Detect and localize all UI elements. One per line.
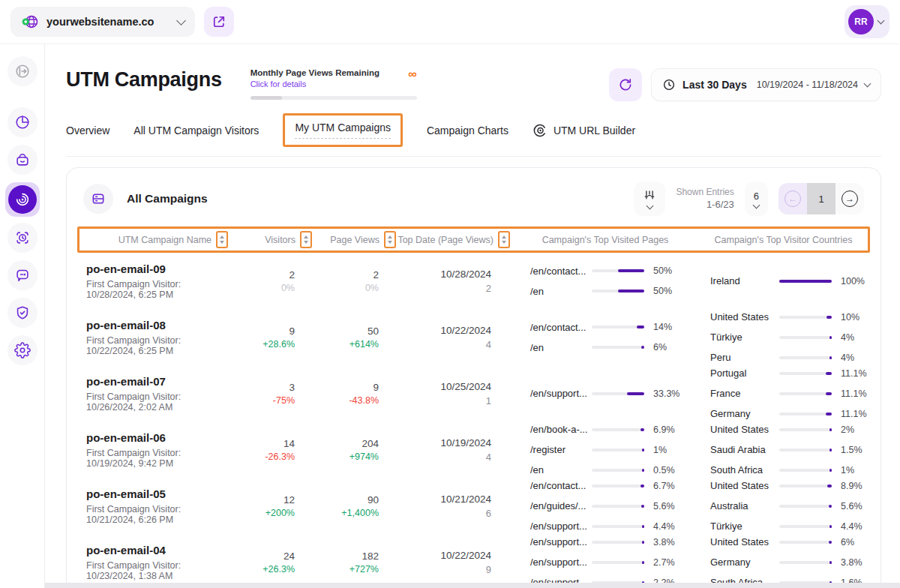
user-menu[interactable]: RR — [844, 5, 890, 38]
tab-utm-url-builder[interactable]: UTM URL Builder — [532, 116, 635, 145]
top-pages-list: /en/book-a-...6.9%/register1%/en0.5% — [509, 422, 697, 478]
top-date-value: 10/21/2024 — [395, 494, 491, 505]
page-views-change: -43.8% — [311, 395, 379, 406]
topbar: yourwebsitename.co RR — [0, 0, 900, 44]
top-date-views: 9 — [395, 564, 491, 575]
share-bar — [592, 392, 644, 395]
share-bar — [779, 356, 832, 359]
next-page-button[interactable]: → — [836, 183, 864, 214]
sidebar-item-privacy[interactable] — [8, 298, 38, 328]
page-label: /en/contact... — [530, 480, 592, 491]
share-bar-fill — [830, 448, 832, 452]
sidebar-item-products[interactable] — [8, 145, 38, 175]
list-item: Ireland100% — [710, 274, 870, 289]
sidebar-item-settings[interactable] — [8, 335, 38, 365]
chevron-down-icon — [646, 202, 653, 210]
tab-all-utm-campaign-visitors[interactable]: All UTM Campaign Visitors — [134, 118, 259, 143]
share-bar-fill — [627, 392, 644, 395]
tab-label: Overview — [66, 124, 110, 136]
open-site-button[interactable] — [204, 7, 234, 37]
chat-icon — [14, 267, 31, 284]
page-label: /en/book-a-... — [530, 424, 592, 435]
sort-control[interactable] — [498, 231, 510, 248]
share-bar-fill — [826, 412, 832, 416]
campaign-name-cell: po-en-email-07First Campaign Visitor: 10… — [77, 375, 227, 412]
tab-overview[interactable]: Overview — [66, 118, 110, 143]
list-item: Portugal11.1% — [710, 366, 870, 381]
first-visitor-date: First Campaign Visitor: 10/23/2024, 1:38… — [86, 560, 227, 581]
sort-asc-icon — [304, 236, 308, 238]
tab-campaign-charts[interactable]: Campaign Charts — [427, 118, 508, 143]
share-bar-fill — [642, 541, 645, 544]
tab-label: My UTM Campaigns — [295, 122, 391, 139]
share-bar — [779, 412, 832, 416]
sort-control[interactable] — [300, 231, 312, 248]
list-item: United States6% — [710, 535, 870, 550]
sidebar-toggle[interactable] — [8, 56, 38, 86]
share-bar — [592, 505, 644, 508]
current-page[interactable]: 1 — [807, 183, 836, 214]
share-bar-fill — [640, 484, 644, 488]
share-percent: 2.7% — [653, 557, 675, 568]
share-bar-fill — [642, 469, 645, 472]
tab-my-utm-campaigns[interactable]: My UTM Campaigns — [283, 113, 403, 147]
country-label: Australia — [710, 500, 779, 512]
site-selector[interactable]: yourwebsitename.co — [10, 7, 195, 37]
list-item: /en6% — [530, 340, 697, 355]
column-header-3: Page Views — [314, 231, 398, 248]
first-visitor-date: First Campaign Visitor: 10/21/2024, 6:26… — [86, 504, 227, 525]
sidebar — [0, 44, 45, 588]
filter-button[interactable] — [634, 182, 665, 216]
column-header-6: Campaign's Top Visitor Countries — [699, 235, 868, 245]
prev-page-button[interactable]: ← — [778, 183, 807, 214]
date-range-picker[interactable]: Last 30 Days 10/19/2024 - 11/18/2024 — [651, 68, 881, 101]
quota-details-link[interactable]: Click for details — [250, 80, 380, 88]
list-item: Saudi Arabia1.5% — [710, 442, 870, 458]
list-item: United States8.9% — [710, 478, 870, 494]
tab-label: Campaign Charts — [427, 124, 508, 136]
country-label: Saudi Arabia — [710, 444, 779, 455]
site-globe-icon — [21, 13, 39, 31]
share-bar — [779, 469, 832, 472]
share-percent: 14% — [653, 322, 672, 332]
column-header-4: Top Date (Page Views) — [398, 231, 512, 248]
table-row: po-en-email-05First Campaign Visitor: 10… — [77, 478, 870, 534]
shown-entries: Shown Entries 1-6/23 — [676, 186, 734, 212]
date-range-label: Last 30 Days — [682, 79, 747, 91]
pagination: ← 1 → — [778, 183, 864, 214]
sort-control[interactable] — [216, 231, 228, 248]
list-item: /en/contact...6.7% — [530, 478, 697, 494]
top-date-value: 10/25/2024 — [395, 381, 491, 392]
page-label: /en — [530, 342, 592, 353]
list-item: /en/book-a-...6.9% — [530, 422, 697, 437]
share-percent: 1.5% — [841, 445, 862, 455]
visitors-cell: 9+28.6% — [227, 326, 311, 350]
campaign-name: po-en-email-06 — [86, 431, 227, 444]
sort-asc-icon — [502, 236, 506, 238]
arrow-left-icon: ← — [784, 190, 801, 207]
quota-widget: Monthly Page Views Remaining Click for d… — [250, 68, 417, 100]
table-row: po-en-email-09First Campaign Visitor: 10… — [77, 253, 870, 309]
share-percent: 4% — [841, 332, 854, 343]
sidebar-item-dashboard[interactable] — [8, 107, 38, 137]
external-link-icon — [212, 14, 226, 29]
sort-control[interactable] — [384, 231, 396, 248]
country-label: Türkiye — [710, 332, 779, 343]
sidebar-item-campaigns[interactable] — [5, 182, 40, 217]
share-percent: 10% — [841, 312, 860, 322]
sidebar-item-feedback[interactable] — [8, 260, 38, 290]
page-size-select[interactable]: 6 — [745, 182, 768, 216]
sidebar-item-sessions[interactable] — [8, 223, 38, 253]
list-item: Türkiye4% — [710, 330, 870, 345]
visitors-change: +200% — [227, 508, 295, 518]
campaign-name: po-en-email-08 — [86, 319, 227, 332]
refresh-button[interactable] — [609, 68, 642, 101]
share-percent: 11.1% — [841, 388, 867, 399]
share-bar — [592, 541, 644, 544]
page-views-cell: 90+1,400% — [311, 494, 395, 518]
share-bar — [779, 428, 832, 431]
page-views-change: +1,400% — [311, 508, 379, 518]
top-date-views: 2 — [395, 283, 491, 294]
share-bar-fill — [640, 428, 644, 431]
share-bar-fill — [827, 484, 832, 488]
